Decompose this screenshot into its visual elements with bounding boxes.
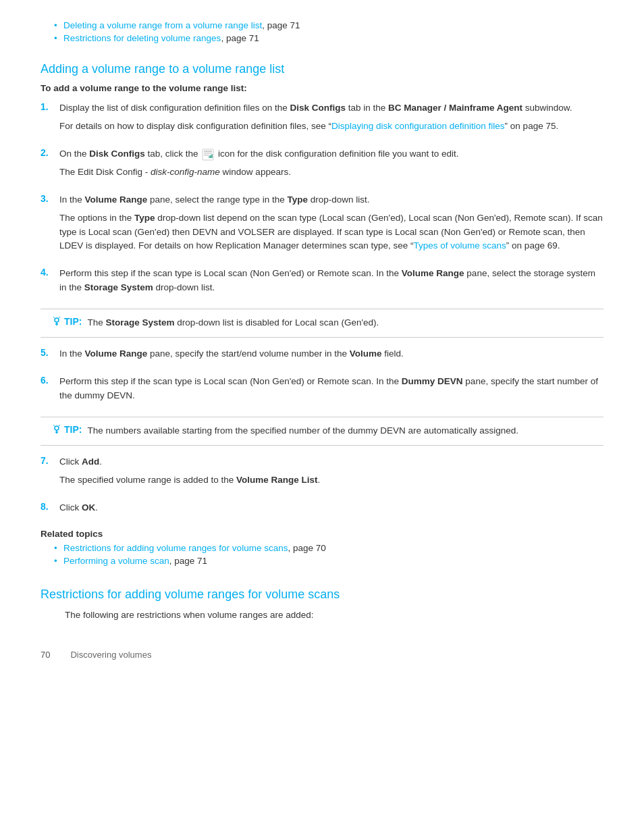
tip-box-1: TIP: The Storage System drop-down list i… [41, 309, 603, 338]
tip-label-1: TIP: [64, 316, 82, 327]
step-2: 2. On the Disk Configs tab, click the ic… [41, 147, 603, 184]
svg-line-15 [59, 425, 60, 426]
svg-rect-3 [204, 155, 209, 156]
svg-rect-1 [204, 151, 212, 152]
tip-icon-1: TIP: [51, 316, 82, 327]
step-num-1: 1. [41, 101, 59, 112]
displaying-disk-config-link[interactable]: Displaying disk configuration definition… [331, 121, 505, 131]
step-list-1: 1. Display the list of disk configuratio… [41, 101, 603, 257]
step-2-content: On the Disk Configs tab, click the icon … [59, 147, 603, 184]
step-list-2: 5. In the Volume Range pane, specify the… [41, 347, 603, 407]
page-number: 70 [41, 650, 50, 660]
step-5: 5. In the Volume Range pane, specify the… [41, 347, 603, 365]
deleting-volume-range-link[interactable]: Deleting a volume range from a volume ra… [63, 20, 262, 30]
step-7: 7. Click Add. The specified volume range… [41, 455, 603, 492]
step-6-content: Perform this step if the scan type is Lo… [59, 375, 603, 407]
related-topic-2: Performing a volume scan, page 71 [54, 556, 603, 566]
step-num-2: 2. [41, 147, 59, 158]
svg-point-6 [55, 318, 59, 322]
related-topics-header: Related topics [41, 529, 603, 539]
performing-volume-scan-link[interactable]: Performing a volume scan [63, 556, 169, 566]
step-num-6: 6. [41, 375, 59, 386]
step-num-4: 4. [41, 267, 59, 278]
step-3-content: In the Volume Range pane, select the ran… [59, 193, 603, 258]
step-4-content: Perform this step if the scan type is Lo… [59, 267, 603, 299]
step-5-content: In the Volume Range pane, specify the st… [59, 347, 603, 365]
tip-icon-2: TIP: [51, 424, 82, 435]
section1-instruction: To add a volume range to the volume rang… [41, 83, 603, 93]
restrictions-deleting-link[interactable]: Restrictions for deleting volume ranges [63, 33, 221, 43]
related-topics-list: Restrictions for adding volume ranges fo… [54, 543, 603, 566]
step-8-content: Click OK. [59, 501, 603, 519]
tip-text-2: The numbers available starting from the … [87, 424, 518, 438]
step-1: 1. Display the list of disk configuratio… [41, 101, 603, 138]
step-7-content: Click Add. The specified volume range is… [59, 455, 603, 492]
page-footer: 70 Discovering volumes [41, 650, 603, 660]
section2-intro: The following are restrictions when volu… [65, 608, 603, 623]
step-num-8: 8. [41, 501, 59, 512]
svg-line-9 [53, 317, 55, 318]
step-6: 6. Perform this step if the scan type is… [41, 375, 603, 407]
step-3: 3. In the Volume Range pane, select the … [41, 193, 603, 258]
edit-icon [202, 147, 214, 159]
step-1-content: Display the list of disk configuration d… [59, 101, 603, 138]
step-4-row: 4. Perform this step if the scan type is… [41, 267, 603, 299]
restrictions-adding-link[interactable]: Restrictions for adding volume ranges fo… [63, 543, 288, 553]
step-num-7: 7. [41, 455, 59, 466]
related-topics-section: Related topics Restrictions for adding v… [41, 529, 603, 566]
step-num-3: 3. [41, 193, 59, 204]
section1-title: Adding a volume range to a volume range … [41, 62, 603, 76]
svg-rect-2 [204, 153, 212, 154]
tip-label-2: TIP: [64, 424, 82, 435]
section2: Restrictions for adding volume ranges fo… [41, 588, 603, 623]
svg-point-11 [55, 426, 59, 430]
tip-box-2: TIP: The numbers available starting from… [41, 417, 603, 446]
step-list-3: 7. Click Add. The specified volume range… [41, 455, 603, 519]
svg-line-10 [59, 317, 60, 318]
svg-rect-5 [209, 156, 210, 158]
step-8: 8. Click OK. [41, 501, 603, 519]
bullet-item-2: Restrictions for deleting volume ranges,… [54, 33, 603, 43]
svg-line-14 [53, 425, 55, 426]
section2-title: Restrictions for adding volume ranges fo… [41, 588, 603, 602]
bullet-item-1: Deleting a volume range from a volume ra… [54, 20, 603, 30]
tip-text-1: The Storage System drop-down list is dis… [87, 316, 379, 330]
types-volume-scans-link[interactable]: Types of volume scans [414, 240, 506, 251]
footer-label: Discovering volumes [70, 650, 151, 660]
step-num-5: 5. [41, 347, 59, 358]
related-topic-1: Restrictions for adding volume ranges fo… [54, 543, 603, 553]
top-bullet-list: Deleting a volume range from a volume ra… [54, 20, 603, 43]
